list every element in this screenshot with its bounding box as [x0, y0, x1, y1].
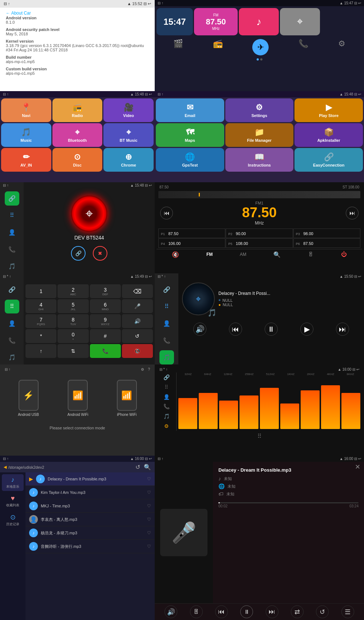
dial-mic[interactable]: 🎤	[122, 299, 153, 313]
dial-key-0[interactable]: 0+	[58, 329, 88, 343]
radio-power-btn[interactable]: ⏻	[341, 251, 347, 258]
preset-p3[interactable]: P3 98.00	[293, 229, 360, 238]
bt-sidebar-contacts[interactable]: 👤	[5, 225, 19, 239]
dialpad-sidebar-link[interactable]: 🔗	[5, 282, 19, 297]
progress-bar-bg[interactable]	[218, 502, 359, 503]
eq-sidebar-icon-1[interactable]: 🔗	[163, 374, 170, 380]
file-sidebar-local-music[interactable]: ♪ 本地音乐	[2, 474, 24, 491]
file-heart-6[interactable]: ♡	[147, 544, 151, 549]
bt-sidebar-link[interactable]: 🔗	[5, 191, 19, 206]
dial-backspace[interactable]: ⌫	[122, 284, 153, 298]
bt-music-volume-btn[interactable]: 🔊	[193, 323, 206, 336]
app-settings[interactable]: ⚙ Settings	[225, 98, 294, 122]
file-item-5[interactable]: ♪ 杨浩龙 - 杀猪刀.mp3 ♡	[25, 526, 155, 540]
bt-sidebar-calls[interactable]: 📞	[5, 242, 19, 257]
dial-key-1[interactable]: 1	[25, 284, 56, 298]
app-radio[interactable]: 📻 Radio	[52, 98, 103, 122]
eq-bar-4khz[interactable]	[321, 378, 340, 429]
preset-p2[interactable]: P2 90.00	[226, 229, 293, 238]
dial-key-5[interactable]: 5JKL	[58, 299, 88, 313]
app-apk-installer[interactable]: 📦 ApkInstaller	[294, 123, 363, 147]
music-repeat-btn[interactable]: ↺	[316, 605, 329, 618]
file-sidebar-history[interactable]: ⊙ 历史记录	[2, 511, 24, 529]
eq-bar-2khz[interactable]	[301, 378, 320, 429]
dial-end-btn[interactable]: 📵	[122, 344, 153, 358]
music-tile[interactable]: ♪	[239, 8, 279, 35]
bt-music-play-btn[interactable]: ▶	[300, 323, 313, 336]
preset-p5[interactable]: P5 108.00	[226, 238, 293, 248]
file-heart-3[interactable]: ♡	[147, 503, 151, 508]
file-heart-1[interactable]: ♡	[147, 476, 151, 481]
app-music[interactable]: 🎵 Music	[1, 123, 51, 147]
eq-sidebar-icon-6[interactable]: ⚙	[164, 423, 169, 429]
bt-disconnect-btn[interactable]: ✖	[93, 246, 107, 261]
preset-p6[interactable]: P6 87.50	[293, 238, 360, 248]
app-easy-connection[interactable]: 🔗 EasyConnection	[294, 148, 363, 172]
radio-am-btn[interactable]: AM	[240, 252, 246, 257]
dial-contacts[interactable]: ↑	[25, 344, 56, 358]
eq-bar-1khz[interactable]	[280, 378, 299, 429]
music-menu-btn[interactable]: ☰	[341, 605, 354, 618]
bt-music-prev-btn[interactable]: ⏮	[229, 323, 242, 336]
app-play-store[interactable]: ▶ Play Store	[294, 98, 363, 122]
nav-icon-phone[interactable]: 📞	[298, 39, 308, 55]
dial-key-4[interactable]: 4GHI	[25, 299, 56, 313]
time-tile[interactable]: 15:47	[157, 8, 193, 35]
app-bluetooth[interactable]: ⌖ Bluetooth	[52, 123, 103, 147]
dial-key-7[interactable]: 7PQRS	[25, 314, 56, 328]
dialpad-sidebar-calls[interactable]: 📞	[5, 334, 19, 348]
music-play-pause-btn[interactable]: ⏸	[240, 605, 253, 618]
eq-bottom-icon-1[interactable]: ⠿	[257, 433, 262, 440]
bt-music-sidebar-calls[interactable]: 📞	[159, 334, 174, 348]
dial-key-9[interactable]: 9WXYZ	[90, 314, 121, 328]
radio-mute-btn[interactable]: 🔇	[172, 251, 179, 258]
dial-key-star[interactable]: *	[25, 329, 56, 343]
app-bt-music[interactable]: ⌖ BT Music	[103, 123, 154, 147]
mirror-android-usb[interactable]: ⚡ Android USB	[18, 380, 39, 417]
bt-music-pause-btn[interactable]: ⏸	[265, 323, 278, 336]
dial-key-3[interactable]: 3DEF	[90, 284, 121, 298]
bt-music-sidebar-grid[interactable]: ⠿	[159, 300, 174, 314]
radio-fm-btn[interactable]: FM	[206, 252, 213, 257]
dialpad-sidebar-grid[interactable]: ⠿	[5, 300, 19, 314]
app-avin[interactable]: ✏ AV_IN	[1, 148, 51, 172]
music-prev-btn[interactable]: ⏮	[215, 605, 228, 618]
bt-sidebar-music[interactable]: 🎵	[5, 259, 19, 273]
nav-icon-radio[interactable]: 📻	[213, 39, 223, 55]
nav-icon-nav[interactable]: ✈	[252, 39, 269, 55]
eq-bar-512hz[interactable]	[260, 378, 279, 429]
file-sidebar-favorites[interactable]: ♥ 收藏列表	[2, 493, 24, 510]
app-video[interactable]: 🎥 Video	[103, 98, 154, 122]
radio-prev-btn[interactable]: ⏮	[160, 207, 173, 219]
mirror-help-btn[interactable]: ?	[148, 367, 150, 371]
nav-icon-settings[interactable]: ⚙	[338, 39, 345, 55]
bt-connect-btn[interactable]: 🔗	[71, 246, 86, 261]
dialpad-sidebar-music[interactable]: 🎵	[5, 350, 19, 364]
preset-p4[interactable]: P4 106.00	[158, 238, 225, 248]
eq-bar-256hz[interactable]	[240, 378, 258, 429]
app-navi[interactable]: 📍 Navi	[1, 98, 51, 122]
music-shuffle-btn[interactable]: ⇄	[291, 605, 304, 618]
eq-bar-128hz[interactable]	[219, 378, 238, 429]
dial-call-btn[interactable]: 📞	[90, 344, 121, 358]
eq-sidebar-icon-4[interactable]: 📞	[163, 403, 170, 409]
fm-tile[interactable]: FM 87.50 MHz	[194, 8, 238, 35]
dial-transfer[interactable]: ⇅	[58, 344, 88, 358]
app-gps-test[interactable]: 🌐 GpsTest	[156, 148, 224, 172]
mirror-settings-btn[interactable]: ⚙	[141, 367, 144, 371]
dial-key-hash[interactable]: #	[90, 329, 121, 343]
preset-p1[interactable]: P1 87.50	[158, 229, 225, 238]
dial-speaker[interactable]: 🔊	[122, 314, 153, 328]
app-file-manager[interactable]: 📁 File Manager	[225, 123, 294, 147]
music-close-btn[interactable]: ✕	[355, 463, 360, 471]
file-refresh-btn[interactable]: ↺	[135, 464, 140, 471]
eq-bar-8khz[interactable]	[341, 378, 360, 429]
dial-key-8[interactable]: 8TUV	[58, 314, 88, 328]
music-next-btn[interactable]: ⏭	[266, 605, 278, 618]
file-item-1[interactable]: ▶ ♪ Delacey - Dream It Possible.mp3 ♡	[25, 472, 155, 486]
mirror-android-wifi[interactable]: 📶 Android WiFi	[67, 380, 88, 417]
app-instructions[interactable]: 📖 Instructions	[225, 148, 294, 172]
dial-key-2[interactable]: 2ABC	[58, 284, 88, 298]
nav-icon-video[interactable]: 🎬	[173, 39, 183, 55]
eq-sidebar-icon-2[interactable]: ⠿	[165, 384, 168, 390]
